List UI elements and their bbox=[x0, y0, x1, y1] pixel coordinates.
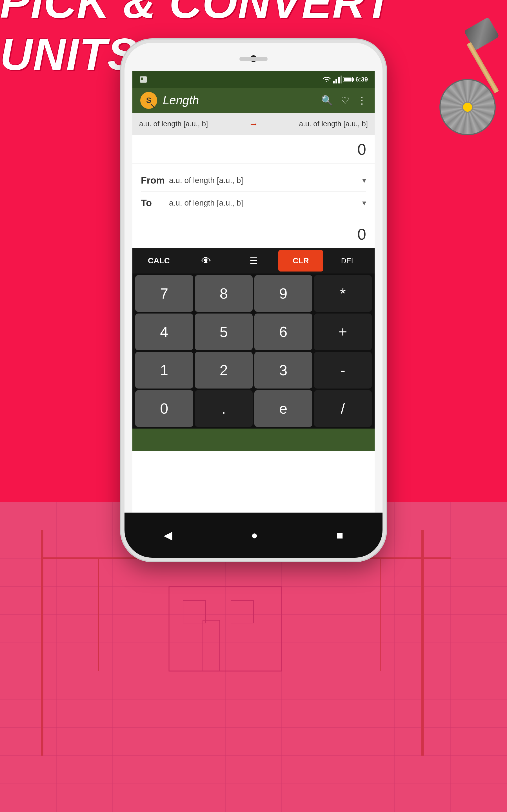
volume-up-button[interactable] bbox=[383, 122, 386, 144]
phone-speaker bbox=[239, 57, 268, 61]
favorite-button[interactable]: ♡ bbox=[341, 95, 349, 106]
number-grid: 7 8 9 * 4 5 6 + 1 2 3 - 0 . e / bbox=[132, 273, 375, 428]
button-6[interactable]: 6 bbox=[255, 313, 313, 350]
button-7[interactable]: 7 bbox=[135, 275, 193, 312]
svg-rect-36 bbox=[353, 79, 354, 81]
svg-rect-31 bbox=[333, 81, 335, 84]
search-button[interactable]: 🔍 bbox=[321, 95, 333, 106]
result-display-bottom: 0 bbox=[132, 220, 375, 248]
app-title: Length bbox=[163, 94, 316, 107]
svg-rect-37 bbox=[344, 78, 351, 82]
svg-rect-32 bbox=[335, 79, 337, 84]
eye-button[interactable]: 👁 bbox=[184, 250, 229, 271]
button-divide[interactable]: / bbox=[314, 390, 372, 427]
clear-button[interactable]: CLR bbox=[278, 250, 323, 271]
button-3[interactable]: 3 bbox=[255, 352, 313, 389]
more-button[interactable]: ⋮ bbox=[357, 95, 367, 106]
from-label: From bbox=[141, 175, 169, 186]
button-2[interactable]: 2 bbox=[195, 352, 253, 389]
calc-label-button[interactable]: CALC bbox=[136, 250, 181, 271]
svg-rect-34 bbox=[341, 75, 342, 84]
saw-blade-icon bbox=[439, 79, 496, 135]
svg-rect-33 bbox=[338, 77, 340, 84]
button-9[interactable]: 9 bbox=[255, 275, 313, 312]
button-5[interactable]: 5 bbox=[195, 313, 253, 350]
to-dropdown-arrow: ▾ bbox=[362, 198, 366, 207]
result-display-top: 0 bbox=[132, 135, 375, 163]
app-logo-icon: S bbox=[140, 92, 157, 109]
unit-selector-bar[interactable]: a.u. of length [a.u., b] → a.u. of lengt… bbox=[132, 113, 375, 135]
status-bar: 6:39 bbox=[132, 71, 375, 88]
unit-from-display: a.u. of length [a.u., b] bbox=[139, 119, 243, 128]
navigation-bar: ◀ ● ■ bbox=[124, 513, 383, 558]
button-plus[interactable]: + bbox=[314, 313, 372, 350]
from-dropdown-arrow: ▾ bbox=[362, 175, 366, 185]
button-e[interactable]: e bbox=[255, 390, 313, 427]
unit-arrow-icon: → bbox=[249, 118, 258, 130]
delete-button[interactable]: DEL bbox=[326, 250, 371, 271]
button-multiply[interactable]: * bbox=[314, 275, 372, 312]
wifi-icon bbox=[322, 75, 332, 84]
back-button[interactable]: ◀ bbox=[164, 529, 172, 542]
button-0[interactable]: 0 bbox=[135, 390, 193, 427]
phone-screen: 6:39 S Length 🔍 ♡ ⋮ a.u. of length [a.u.… bbox=[132, 71, 375, 513]
from-selector-row[interactable]: From a.u. of length [a.u., b] ▾ bbox=[141, 169, 366, 192]
conversion-selectors: From a.u. of length [a.u., b] ▾ To a.u. … bbox=[132, 163, 375, 220]
toolbar-actions: 🔍 ♡ ⋮ bbox=[321, 95, 367, 106]
to-selector-row[interactable]: To a.u. of length [a.u., b] ▾ bbox=[141, 192, 366, 214]
button-4[interactable]: 4 bbox=[135, 313, 193, 350]
unit-to-display: a.u. of length [a.u., b] bbox=[264, 119, 368, 128]
button-minus[interactable]: - bbox=[314, 352, 372, 389]
app-toolbar: S Length 🔍 ♡ ⋮ bbox=[132, 88, 375, 113]
bottom-green-bar bbox=[132, 428, 375, 451]
to-value: a.u. of length [a.u., b] bbox=[169, 199, 362, 207]
calculator-top-bar: CALC 👁 ☰ CLR DEL bbox=[132, 248, 375, 273]
button-1[interactable]: 1 bbox=[135, 352, 193, 389]
status-left bbox=[139, 77, 148, 83]
status-time: 6:39 bbox=[355, 76, 368, 83]
to-label: To bbox=[141, 197, 169, 208]
battery-icon bbox=[343, 77, 354, 83]
list-button[interactable]: ☰ bbox=[231, 250, 276, 271]
from-value: a.u. of length [a.u., b] bbox=[169, 176, 362, 185]
signal-icon bbox=[333, 75, 342, 84]
result-value-bottom: 0 bbox=[357, 225, 366, 243]
svg-rect-30 bbox=[141, 78, 143, 80]
tools-decoration bbox=[414, 22, 504, 220]
home-button[interactable]: ● bbox=[251, 529, 258, 542]
svg-rect-29 bbox=[140, 77, 147, 83]
status-right-icons: 6:39 bbox=[322, 75, 368, 84]
phone-mockup: 6:39 S Length 🔍 ♡ ⋮ a.u. of length [a.u.… bbox=[121, 40, 386, 561]
button-8[interactable]: 8 bbox=[195, 275, 253, 312]
sim-icon bbox=[139, 77, 148, 83]
recent-button[interactable]: ■ bbox=[336, 529, 343, 542]
button-decimal[interactable]: . bbox=[195, 390, 253, 427]
volume-down-button[interactable] bbox=[383, 150, 386, 172]
result-value-top: 0 bbox=[357, 140, 366, 158]
